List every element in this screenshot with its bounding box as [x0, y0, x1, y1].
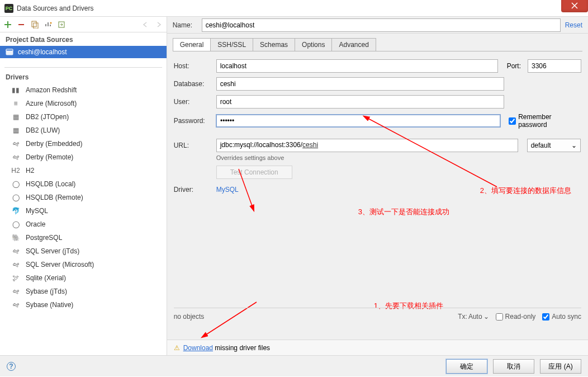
driver-item[interactable]: 🛩Derby (Embedded) [0, 137, 167, 150]
cancel-button[interactable]: 取消 [493, 359, 534, 374]
driver-item[interactable]: H2H2 [0, 164, 167, 177]
driver-icon: ≡ [11, 99, 20, 108]
svg-rect-0 [32, 21, 36, 27]
driver-icon: ◯ [11, 193, 20, 202]
name-input[interactable] [202, 18, 561, 32]
driver-item[interactable]: ◯Oracle [0, 218, 167, 231]
apply-button[interactable]: 应用 (A) [540, 359, 581, 374]
url-label: URL: [174, 142, 212, 149]
port-input[interactable] [528, 59, 581, 73]
user-input[interactable] [216, 95, 504, 109]
driver-item[interactable]: ≡Azure (Microsoft) [0, 97, 167, 110]
driver-icon: 🛩 [11, 260, 20, 269]
url-mode-select[interactable]: default ⌄ [527, 139, 581, 152]
name-row: Name: Reset [167, 17, 588, 34]
driver-label: Amazon Redshift [26, 86, 77, 94]
svg-line-6 [368, 119, 497, 187]
add-icon[interactable] [3, 20, 12, 29]
driver-icon: ▦ [11, 126, 20, 135]
user-label: User: [174, 98, 212, 106]
driver-icon: 🕊 [11, 274, 20, 282]
tab-general[interactable]: General [173, 38, 211, 51]
driver-label: DB2 (JTOpen) [26, 113, 69, 121]
driver-label: SQL Server (jTds) [26, 247, 79, 255]
tab-ssh-ssl[interactable]: SSH/SSL [210, 38, 253, 51]
dialog-footer: ? 确定 取消 应用 (A) [0, 355, 588, 376]
datasource-item-ceshi[interactable]: ceshi@localhost [0, 46, 167, 58]
driver-label: Sybase (Native) [26, 301, 73, 309]
download-link[interactable]: Download [183, 344, 213, 352]
test-connection-button[interactable]: Test Connection [216, 166, 292, 179]
driver-item[interactable]: ▦DB2 (LUW) [0, 124, 167, 137]
tab-options[interactable]: Options [295, 38, 332, 51]
driver-item[interactable]: 🛩Sybase (Native) [0, 298, 167, 312]
tab-advanced[interactable]: Advanced [331, 38, 376, 51]
svg-rect-1 [34, 23, 38, 29]
driver-label: Derby (Embedded) [26, 140, 82, 148]
copy-icon[interactable] [30, 20, 39, 29]
readonly-checkbox[interactable]: Read-only [496, 313, 536, 321]
help-button[interactable]: ? [7, 362, 16, 371]
password-input[interactable] [216, 114, 501, 128]
autosync-checkbox[interactable]: Auto sync [542, 313, 581, 321]
status-row: no objects Tx: Auto ⌄ Read-only Auto syn… [174, 308, 581, 321]
import-icon[interactable] [57, 20, 66, 29]
driver-item[interactable]: 🐬MySQL [0, 204, 167, 218]
driver-label: PostgreSQL [26, 234, 62, 242]
driver-item[interactable]: 🛩Sybase (jTds) [0, 285, 167, 298]
database-input[interactable] [216, 77, 504, 91]
project-data-sources-header: Project Data Sources [0, 32, 167, 46]
download-row: ⚠ Download missing driver files [167, 340, 588, 355]
general-tab-body: Host: Port: Database: User: Password: Re… [167, 51, 588, 340]
driver-icon: 🛩 [11, 247, 20, 256]
driver-label: DB2 (LUW) [26, 126, 60, 134]
driver-label: HSQLDB (Local) [26, 180, 75, 188]
database-label: Database: [174, 80, 212, 88]
driver-item[interactable]: 🛩SQL Server (Microsoft) [0, 258, 167, 271]
url-db-link[interactable]: ceshi [302, 141, 318, 149]
tab-schemas[interactable]: Schemas [253, 38, 295, 51]
driver-label: Sqlite (Xerial) [26, 274, 66, 282]
driver-item[interactable]: ◯HSQLDB (Local) [0, 177, 167, 191]
driver-item[interactable]: ◯HSQLDB (Remote) [0, 191, 167, 204]
driver-label: HSQLDB (Remote) [26, 194, 83, 201]
redo-icon[interactable] [154, 20, 163, 29]
driver-item[interactable]: ▦DB2 (JTOpen) [0, 110, 167, 124]
warning-icon: ⚠ [174, 344, 180, 352]
driver-label: Oracle [26, 220, 45, 228]
undo-icon[interactable] [141, 20, 150, 29]
datasource-label: ceshi@localhost [18, 48, 67, 56]
svg-point-2 [50, 22, 52, 23]
driver-label: Azure (Microsoft) [26, 100, 77, 107]
close-button[interactable] [561, 0, 588, 12]
driver-item[interactable]: 🐘PostgreSQL [0, 231, 167, 244]
driver-item[interactable]: ▮▮Amazon Redshift [0, 83, 167, 97]
host-input[interactable] [216, 59, 498, 73]
drivers-header: Drivers [0, 70, 167, 83]
driver-item[interactable]: 🛩Derby (Remote) [0, 150, 167, 164]
remember-password-checkbox[interactable]: Remember password [509, 113, 581, 129]
main-panel: Name: Reset GeneralSSH/SSLSchemasOptions… [167, 17, 588, 355]
driver-label: H2 [26, 167, 34, 175]
app-icon: PC [4, 4, 13, 13]
driver-icon: ▮▮ [11, 86, 20, 95]
remember-password-check[interactable] [509, 117, 516, 125]
tx-combo[interactable]: Tx: Auto ⌄ [458, 313, 489, 321]
driver-item[interactable]: 🛩SQL Server (jTds) [0, 244, 167, 258]
sidebar: Project Data Sources ceshi@localhost Dri… [0, 17, 167, 355]
reset-link[interactable]: Reset [565, 21, 582, 29]
driver-icon: 🛩 [11, 153, 20, 162]
driver-link[interactable]: MySQL [216, 186, 239, 194]
drivers-list: ▮▮Amazon Redshift≡Azure (Microsoft)▦DB2 … [0, 83, 167, 312]
database-icon [6, 48, 13, 57]
settings-icon[interactable] [44, 20, 53, 29]
annotation-3: 3、测试一下是否能连接成功 [358, 207, 449, 217]
remove-icon[interactable] [17, 20, 26, 29]
port-label: Port: [502, 62, 523, 70]
driver-item[interactable]: 🕊Sqlite (Xerial) [0, 271, 167, 285]
url-input[interactable]: jdbc:mysql://localhost:3306/ceshi [216, 139, 518, 152]
ok-button[interactable]: 确定 [446, 359, 487, 374]
driver-icon: H2 [11, 166, 20, 175]
no-objects-label: no objects [174, 313, 205, 321]
svg-rect-5 [6, 49, 13, 51]
